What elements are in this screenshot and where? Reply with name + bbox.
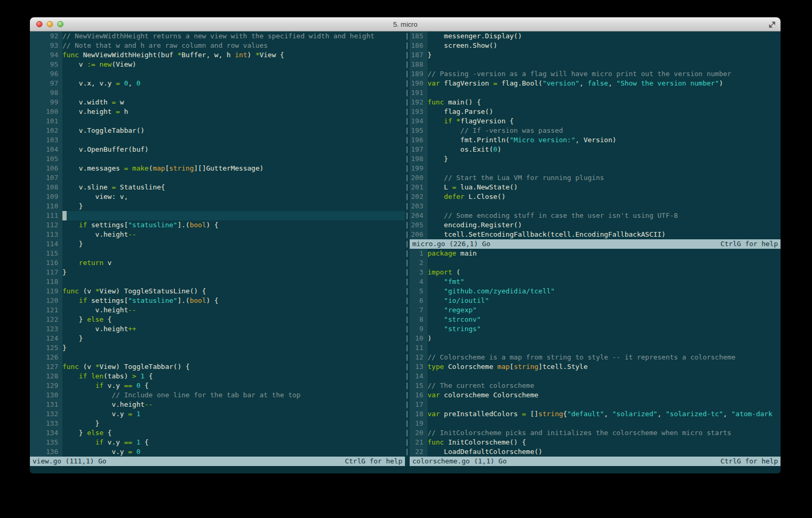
code-line[interactable]: 191: [410, 88, 781, 98]
code-text[interactable]: // Passing -version as a flag will have …: [428, 69, 781, 79]
code-text[interactable]: "github.com/zyedidia/tcell": [428, 287, 781, 296]
vertical-split-divider[interactable]: | | | | | | | | | | | | | | | | | | | | …: [405, 31, 410, 457]
code-text[interactable]: [428, 60, 781, 69]
code-text[interactable]: func (v *View) ToggleTabbar() {: [62, 362, 405, 372]
code-line[interactable]: 119func (v *View) ToggleStatusLine() {: [30, 287, 405, 296]
code-text[interactable]: os.Exit(0): [428, 145, 781, 154]
code-text[interactable]: [428, 202, 781, 211]
code-line[interactable]: 126: [30, 353, 405, 362]
code-text[interactable]: screen.Show(): [428, 41, 781, 50]
code-text[interactable]: package main: [428, 249, 781, 258]
code-line[interactable]: 93// Note that w and h are raw column an…: [30, 41, 405, 50]
code-line[interactable]: 113 v.height--: [30, 230, 405, 239]
code-text[interactable]: [62, 117, 405, 126]
code-text[interactable]: [62, 154, 405, 164]
code-text[interactable]: }: [62, 419, 405, 428]
window-titlebar[interactable]: 5. micro: [30, 17, 781, 31]
code-line[interactable]: 120 if settings["statusline"].(bool) {: [30, 296, 405, 305]
code-line[interactable]: 15// The current colorscheme: [410, 381, 781, 390]
code-text[interactable]: tcell.SetEncodingFallback(tcell.Encoding…: [428, 230, 781, 239]
code-text[interactable]: [428, 164, 781, 173]
code-text[interactable]: [62, 135, 405, 145]
code-text[interactable]: "fmt": [428, 277, 781, 287]
code-text[interactable]: func NewViewWidthHeight(buf *Buffer, w, …: [62, 50, 405, 60]
code-text[interactable]: [428, 372, 781, 381]
code-line[interactable]: 22 LoadDefaultColorscheme(): [410, 447, 781, 457]
code-text[interactable]: [428, 400, 781, 409]
code-line[interactable]: 109 view: v,: [30, 192, 405, 202]
code-text[interactable]: "io/ioutil": [428, 296, 781, 305]
code-line[interactable]: 196 fmt.Println("Micro version:", Versio…: [410, 135, 781, 145]
code-line[interactable]: 114 }: [30, 239, 405, 249]
terminal-window[interactable]: 5. micro 92// NewViewWidthHeight returns…: [30, 17, 781, 473]
code-line[interactable]: 134 } else {: [30, 428, 405, 438]
code-text[interactable]: v.y = 1: [62, 409, 405, 419]
code-text[interactable]: }: [62, 239, 405, 249]
code-line[interactable]: 105: [30, 154, 405, 164]
code-text[interactable]: "strings": [428, 324, 781, 334]
code-line[interactable]: 204 // Some encoding stuff in case the u…: [410, 211, 781, 220]
code-line[interactable]: 7 "regexp": [410, 305, 781, 315]
code-text[interactable]: // Include one line for the tab bar at t…: [62, 390, 405, 400]
code-line[interactable]: 135 if v.y == 1 {: [30, 438, 405, 447]
code-text[interactable]: encoding.Register(): [428, 220, 781, 230]
code-line[interactable]: 195 // If -version was passed: [410, 126, 781, 135]
code-line[interactable]: 19: [410, 419, 781, 428]
editor-pane-view-go[interactable]: 92// NewViewWidthHeight returns a new vi…: [30, 31, 405, 457]
code-line[interactable]: 118: [30, 277, 405, 287]
code-text[interactable]: if v.y == 1 {: [62, 438, 405, 447]
code-text[interactable]: // If -version was passed: [428, 126, 781, 135]
code-line[interactable]: 187}: [410, 50, 781, 60]
code-line[interactable]: 16var colorscheme Colorscheme: [410, 390, 781, 400]
code-text[interactable]: var colorscheme Colorscheme: [428, 390, 781, 400]
code-text[interactable]: v.ToggleTabbar(): [62, 126, 405, 135]
code-line[interactable]: 123 v.height++: [30, 324, 405, 334]
code-line[interactable]: 17: [410, 400, 781, 409]
code-line[interactable]: 8 "strconv": [410, 315, 781, 324]
fullscreen-expand-icon[interactable]: [768, 20, 776, 29]
code-text[interactable]: v.height--: [62, 400, 405, 409]
code-line[interactable]: 92// NewViewWidthHeight returns a new vi…: [30, 31, 405, 41]
code-line[interactable]: 131 v.height--: [30, 400, 405, 409]
code-text[interactable]: [62, 173, 405, 183]
code-text[interactable]: v.messages = make(map[string][]GutterMes…: [62, 164, 405, 173]
code-line[interactable]: 94func NewViewWidthHeight(buf *Buffer, w…: [30, 50, 405, 60]
code-text[interactable]: LoadDefaultColorscheme(): [428, 447, 781, 457]
code-line[interactable]: 110 }: [30, 202, 405, 211]
code-text[interactable]: // InitColorscheme picks and initializes…: [428, 428, 781, 438]
code-line[interactable]: 4 "fmt": [410, 277, 781, 287]
code-line[interactable]: 185 messenger.Display(): [410, 31, 781, 41]
code-line[interactable]: 125}: [30, 343, 405, 353]
code-text[interactable]: if v.y == 0 {: [62, 381, 405, 390]
code-text[interactable]: v.width = w: [62, 98, 405, 107]
code-text[interactable]: return v: [62, 258, 405, 268]
code-line[interactable]: 12// Colorscheme is a map from string to…: [410, 353, 781, 362]
code-line[interactable]: 129 if v.y == 0 {: [30, 381, 405, 390]
code-line[interactable]: 192func main() {: [410, 98, 781, 107]
code-line[interactable]: 108 v.sline = Statusline{: [30, 183, 405, 192]
code-text[interactable]: v := new(View): [62, 60, 405, 69]
code-line[interactable]: 1package main: [410, 249, 781, 258]
code-text[interactable]: // Colorscheme is a map from string to s…: [428, 353, 781, 362]
code-text[interactable]: }: [62, 334, 405, 343]
code-text[interactable]: // NewViewWidthHeight returns a new view…: [62, 31, 405, 41]
code-line[interactable]: 124 }: [30, 334, 405, 343]
code-text[interactable]: }: [428, 50, 781, 60]
code-line[interactable]: 200 // Start the Lua VM for running plug…: [410, 173, 781, 183]
code-text[interactable]: func (v *View) ToggleStatusLine() {: [62, 287, 405, 296]
code-text[interactable]: [62, 69, 405, 79]
code-text[interactable]: [428, 258, 781, 268]
code-text[interactable]: L = lua.NewState(): [428, 183, 781, 192]
code-line[interactable]: 190var flagVersion = flag.Bool("version"…: [410, 79, 781, 88]
code-line[interactable]: 189// Passing -version as a flag will ha…: [410, 69, 781, 79]
code-text[interactable]: [428, 343, 781, 353]
close-button[interactable]: [36, 21, 42, 27]
code-text[interactable]: v.height--: [62, 230, 405, 239]
code-text[interactable]: v.OpenBuffer(buf): [62, 145, 405, 154]
code-line[interactable]: 21func InitColorscheme() {: [410, 438, 781, 447]
code-text[interactable]: func InitColorscheme() {: [428, 438, 781, 447]
code-text[interactable]: if *flagVersion {: [428, 117, 781, 126]
code-line[interactable]: 188: [410, 60, 781, 69]
code-text[interactable]: if settings["statusline"].(bool) {: [62, 220, 405, 230]
code-text[interactable]: [62, 353, 405, 362]
